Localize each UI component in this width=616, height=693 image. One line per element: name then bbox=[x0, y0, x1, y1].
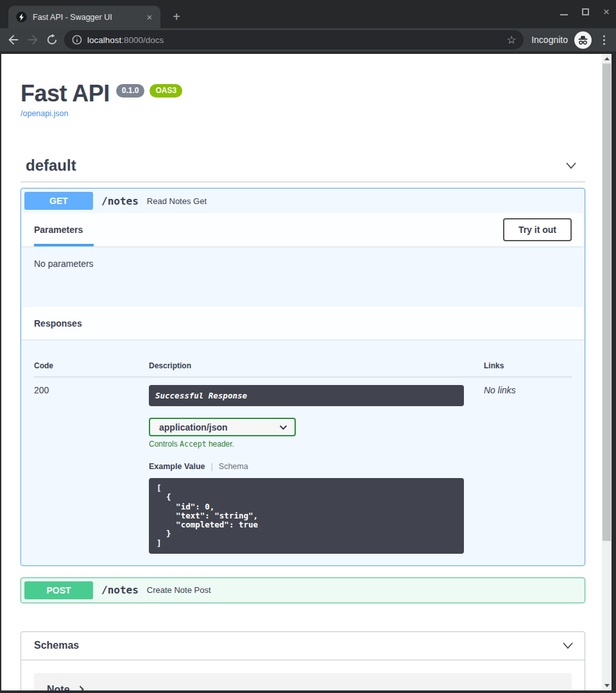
responses-title: Responses bbox=[34, 318, 82, 329]
tab-separator: | bbox=[211, 462, 213, 471]
schemas-title: Schemas bbox=[34, 640, 79, 651]
swagger-page: Fast API 0.1.0 OAS3 /openapi.json defaul… bbox=[1, 54, 602, 690]
browser-tabstrip: Fast API - Swagger UI × + × bbox=[0, 0, 616, 28]
url-text: localhost:8000/docs bbox=[87, 35, 164, 45]
schemas-body: Note bbox=[21, 660, 585, 690]
chevron-down-icon[interactable] bbox=[565, 160, 578, 171]
model-note-toggle[interactable]: Note bbox=[47, 684, 559, 690]
incognito-label: Incognito bbox=[531, 35, 568, 45]
post-path: /notes bbox=[101, 584, 139, 596]
example-schema-tabs: Example Value | Schema bbox=[149, 462, 572, 471]
model-note-box: Note bbox=[34, 673, 572, 690]
back-button[interactable] bbox=[4, 30, 23, 49]
scrollbar-thumb[interactable] bbox=[603, 64, 611, 541]
api-header: Fast API 0.1.0 OAS3 bbox=[21, 81, 585, 107]
address-bar[interactable]: localhost:8000/docs ☆ bbox=[64, 30, 524, 49]
scrollbar-down-arrow[interactable] bbox=[602, 681, 612, 690]
window-controls: × bbox=[560, 8, 610, 15]
select-chevron-down-icon bbox=[279, 425, 287, 430]
chevron-right-icon bbox=[79, 685, 84, 690]
links-value: No links bbox=[484, 385, 572, 406]
browser-toolbar: localhost:8000/docs ☆ Incognito bbox=[0, 28, 616, 51]
response-description: Successful Response bbox=[149, 385, 464, 406]
opblock-get-notes: GET /notes Read Notes Get Parameters Try… bbox=[21, 188, 585, 566]
accept-code: Accept bbox=[180, 440, 207, 449]
post-method-badge: POST bbox=[24, 581, 93, 599]
media-type-area: application/json Controls Accept header.… bbox=[149, 418, 572, 554]
get-method-badge: GET bbox=[24, 192, 93, 210]
parameters-header: Parameters Try it out bbox=[21, 213, 585, 246]
accept-header-hint: Controls Accept header. bbox=[149, 440, 572, 449]
page-info-icon[interactable] bbox=[72, 35, 82, 45]
version-badge: 0.1.0 bbox=[116, 84, 145, 98]
browser-tab[interactable]: Fast API - Swagger UI × bbox=[8, 6, 160, 28]
post-summary-text: Create Note Post bbox=[147, 585, 211, 595]
forward-button[interactable] bbox=[23, 30, 42, 49]
response-row-200: 200 Successful Response No links bbox=[34, 377, 572, 406]
status-code: 200 bbox=[34, 385, 149, 406]
window-close-button[interactable]: × bbox=[603, 8, 610, 15]
incognito-icon bbox=[574, 31, 592, 49]
code-column-header: Code bbox=[34, 361, 149, 370]
bookmark-star-icon[interactable]: ☆ bbox=[503, 31, 520, 48]
opblock-post-notes: POST /notes Create Note Post bbox=[21, 578, 585, 603]
schemas-header[interactable]: Schemas bbox=[21, 632, 585, 660]
tab-close-icon[interactable]: × bbox=[144, 12, 155, 23]
schemas-section: Schemas Note bbox=[21, 631, 585, 690]
window-maximize-button[interactable] bbox=[582, 8, 589, 15]
responses-body: Code Description Links 200 Successful Re… bbox=[21, 339, 585, 565]
description-column-header: Description bbox=[149, 361, 484, 370]
tag-title: default bbox=[26, 157, 76, 174]
page-scrollbar[interactable] bbox=[602, 54, 612, 690]
window-minimize-button[interactable] bbox=[560, 14, 568, 15]
post-notes-summary[interactable]: POST /notes Create Note Post bbox=[21, 578, 585, 603]
reload-button[interactable] bbox=[42, 30, 62, 49]
try-it-out-button[interactable]: Try it out bbox=[503, 218, 572, 241]
url-host: localhost bbox=[87, 35, 121, 45]
api-title: Fast API bbox=[21, 81, 110, 107]
media-type-select[interactable]: application/json bbox=[149, 418, 296, 436]
model-note-name: Note bbox=[47, 684, 70, 690]
get-path: /notes bbox=[101, 195, 139, 207]
get-notes-summary[interactable]: GET /notes Read Notes Get bbox=[21, 189, 585, 213]
openapi-spec-link[interactable]: /openapi.json bbox=[21, 109, 68, 118]
tab-example-value[interactable]: Example Value bbox=[149, 462, 205, 471]
browser-menu-icon[interactable] bbox=[597, 31, 611, 48]
no-parameters-text: No parameters bbox=[34, 259, 94, 269]
parameters-body: No parameters bbox=[21, 246, 585, 307]
get-summary-text: Read Notes Get bbox=[147, 196, 207, 206]
tab-parameters[interactable]: Parameters bbox=[34, 225, 83, 235]
example-json-block: [ { "id": 0, "text": "string", "complete… bbox=[149, 478, 464, 554]
fastapi-favicon-icon bbox=[16, 12, 27, 22]
url-path: :8000/docs bbox=[121, 35, 164, 45]
responses-header: Responses bbox=[21, 307, 585, 339]
responses-table-header: Code Description Links bbox=[34, 352, 572, 377]
api-badges: 0.1.0 OAS3 bbox=[116, 84, 182, 98]
schemas-chevron-down-icon[interactable] bbox=[561, 640, 574, 651]
parameters-tab-underline bbox=[34, 244, 94, 246]
tab-schema[interactable]: Schema bbox=[219, 462, 248, 471]
tab-title: Fast API - Swagger UI bbox=[33, 13, 144, 22]
media-type-value: application/json bbox=[159, 422, 228, 432]
links-column-header: Links bbox=[484, 361, 572, 370]
tag-section-default[interactable]: default bbox=[21, 157, 585, 182]
new-tab-button[interactable]: + bbox=[168, 8, 185, 25]
oas3-badge: OAS3 bbox=[150, 84, 182, 98]
scrollbar-up-arrow[interactable] bbox=[602, 54, 612, 64]
